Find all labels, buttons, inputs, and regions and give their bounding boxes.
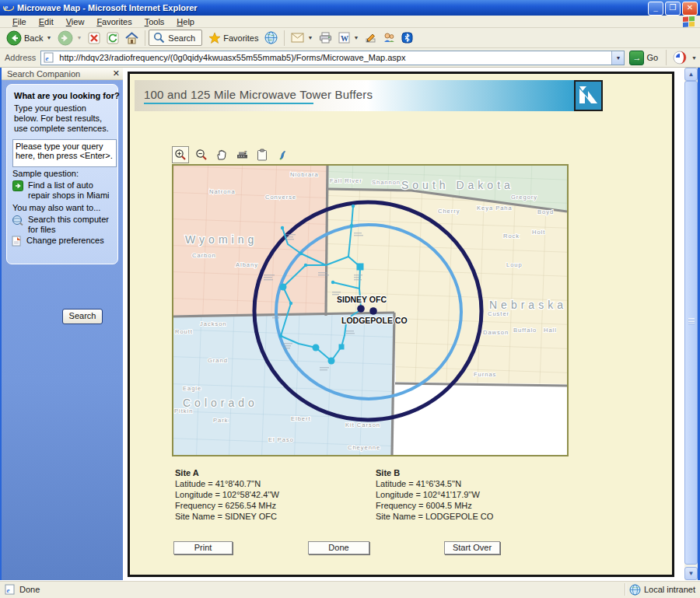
adobe-pdf-icon [673,51,688,65]
county-label: Routt [175,328,193,335]
page-header-band: 100 and 125 Mile Microwave Tower Buffers [135,80,600,111]
county-label: Furnas [474,371,496,378]
adobe-dropdown-icon[interactable]: ▼ [691,55,697,61]
close-pane-icon[interactable]: ✕ [113,68,120,79]
svg-text:e: e [4,2,9,13]
county-label: Keya Paha [477,205,513,212]
stop-icon [88,32,100,44]
back-label: Back [24,33,43,43]
adobe-pdf-button[interactable]: ▼ [670,50,700,65]
word-icon: W [338,32,350,44]
url-box[interactable]: e ▼ [40,51,625,65]
sample-question-label: Sample question: [12,169,79,178]
search-computer-item[interactable]: Search this computer for files [12,215,113,235]
refresh-button[interactable] [103,31,122,45]
county-label: Dawson [483,329,509,336]
state-label-south-dakota: South Dakota [401,179,514,191]
county-label: Holt [532,229,545,236]
url-input[interactable] [58,52,611,63]
map-identify-tool[interactable] [275,147,290,163]
menu-tools[interactable]: Tools [138,17,171,26]
start-over-button-form[interactable]: Start Over [444,541,500,554]
menu-view[interactable]: View [60,17,91,26]
svg-text:2: 2 [244,150,247,155]
sidebar-instructions: Type your question below. For best resul… [14,103,112,134]
go-button[interactable]: → Go [629,51,658,65]
mail-dropdown-icon[interactable]: ▼ [307,35,313,40]
agency-logo-icon [576,82,601,110]
minimize-button[interactable]: _ [648,2,663,16]
close-button[interactable]: ✕ [682,2,698,16]
menu-help[interactable]: Help [170,17,201,26]
map-measure-tool[interactable]: 2 [234,147,250,163]
page-ie-icon: e [44,52,54,63]
back-button[interactable]: Back ▼ [3,30,54,47]
scroll-up-button[interactable]: ▲ [684,68,698,81]
menu-favorites[interactable]: Favorites [90,17,138,26]
county-label: Boyd [537,208,554,215]
mail-button[interactable]: ▼ [288,32,316,44]
vertical-scrollbar[interactable]: ▲ ▼ [684,68,698,580]
map-pan-tool[interactable] [214,147,229,163]
status-bar: e Done Local intranet [0,580,700,598]
window-title: Microwave Map - Microsoft Internet Explo… [17,3,198,12]
site-b-latitude: Latitude = 41°6'34.5''N [376,478,493,489]
county-label: Buffalo [513,327,537,334]
map-zoom-in-tool[interactable] [172,146,189,163]
intranet-globe-icon [629,584,641,596]
svg-text:e: e [46,54,49,62]
sample-question-item[interactable]: Find a list of auto repair shops in Miam… [12,180,112,201]
site-b-point [369,307,377,315]
home-button[interactable] [122,31,142,45]
print-button[interactable] [316,31,335,44]
bluetooth-icon [401,32,413,44]
also-want-label: You may also want to... [12,203,100,212]
sidebar-search-button[interactable]: Search [62,309,103,324]
menu-edit[interactable]: Edit [33,17,60,26]
edit-with-word-button[interactable]: W ▼ [335,31,362,44]
svg-text:e: e [7,586,10,594]
forward-button[interactable]: ▼ [54,30,85,47]
done-button-form[interactable]: Done [308,541,369,554]
county-label: Natrona [209,188,236,195]
menu-bar: File Edit View Favorites Tools Help [0,16,700,28]
map-clipboard-tool[interactable] [254,147,270,163]
agency-logo [574,80,603,111]
map-canvas[interactable]: Natrona Converse Niobrara Fall River Sha… [172,164,569,456]
search-companion-header: Search Companion ✕ [2,68,123,80]
map-zoom-out-tool[interactable] [194,147,209,163]
county-label: Hall [544,327,557,334]
back-dropdown-icon[interactable]: ▼ [46,35,51,40]
forward-dropdown-icon[interactable]: ▼ [76,35,82,40]
favorites-button[interactable]: Favorites [205,31,261,45]
county-label: Kit Carson [345,421,380,428]
green-arrow-icon [12,180,23,191]
scroll-down-button[interactable]: ▼ [684,567,698,580]
address-bar: Address e ▼ → Go ▼ [0,48,700,68]
county-label: Grand [208,357,228,364]
restore-button[interactable]: ❐ [665,2,681,16]
edit-button[interactable] [362,31,380,44]
messenger-button[interactable] [380,31,398,44]
scrollbar-grip [688,318,695,324]
stop-button[interactable] [85,31,103,45]
menu-file[interactable]: File [6,17,33,26]
go-label: Go [646,53,658,62]
word-dropdown-icon[interactable]: ▼ [353,35,359,40]
browser-viewport: Search Companion ✕ What are you looking … [0,68,700,580]
change-preferences-item[interactable]: Change preferences [12,236,113,247]
url-dropdown-button[interactable]: ▼ [611,51,624,65]
title-underline [144,103,313,104]
messenger-icon [383,32,395,44]
county-label: Cherry [438,208,460,215]
bluetooth-button[interactable] [398,31,416,44]
media-button[interactable] [261,30,281,45]
browser-toolbar: Back ▼ ▼ Search Favorites ▼ W ▼ [0,28,700,48]
query-input[interactable]: Please type your query here, then press … [12,139,117,167]
search-button[interactable]: Search [149,30,202,46]
print-button-form[interactable]: Print [173,541,233,554]
scrollbar-thumb[interactable] [684,81,698,565]
county-label: Cheyenne [348,444,380,451]
county-label: El Paso [268,436,294,443]
state-label-colorado: Colorado [183,397,258,409]
